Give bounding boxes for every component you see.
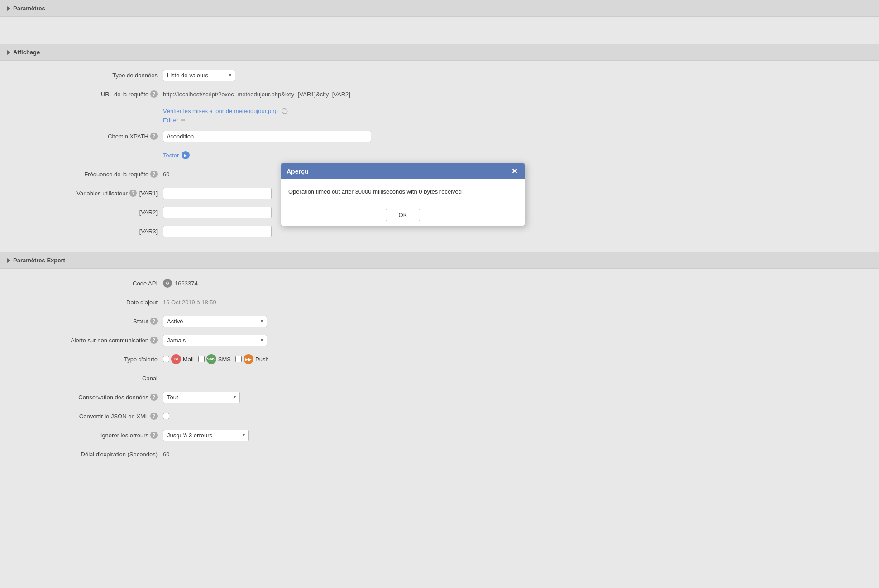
canal-row: Canal — [18, 372, 861, 384]
canal-label: Canal — [18, 375, 163, 382]
modal-close-button[interactable]: ✕ — [510, 167, 519, 175]
url-requete-control: http://localhost/script/?exec=meteodujou… — [163, 91, 861, 98]
alerte-help-icon[interactable]: ? — [150, 337, 158, 344]
alert-type-group: ✉ Mail SMS SMS ▶▶ Push — [163, 354, 269, 364]
push-alert-item: ▶▶ Push — [235, 354, 269, 364]
var1-input[interactable] — [163, 188, 272, 199]
chemin-xpath-row: Chemin XPATH ? — [18, 130, 861, 142]
verifier-link[interactable]: Vérifier les mises à jour de meteodujour… — [163, 108, 278, 114]
type-donnees-row: Type de données Liste de valeurs — [18, 69, 861, 81]
frequence-value: 60 — [163, 171, 169, 178]
delai-control: 60 — [163, 451, 861, 458]
statut-select-wrapper[interactable]: Activé — [163, 316, 267, 327]
chemin-xpath-label: Chemin XPATH ? — [18, 133, 163, 140]
alerte-control: Jamais — [163, 335, 861, 346]
expert-section-header: Paramètres Expert — [0, 252, 879, 269]
tester-row: Tester ▶ — [18, 149, 861, 161]
ignorer-control: Jusqu'à 3 erreurs — [163, 430, 861, 441]
type-donnees-control: Liste de valeurs — [163, 70, 861, 81]
type-donnees-select-wrapper[interactable]: Liste de valeurs — [163, 70, 235, 81]
affichage-label: Affichage — [13, 49, 40, 56]
tester-arrow-icon[interactable]: ▶ — [182, 151, 190, 159]
json-xml-label: Convertir le JSON en XML ? — [18, 413, 163, 420]
ignorer-label: Ignorer les erreurs ? — [18, 432, 163, 439]
mail-label: Mail — [183, 356, 194, 363]
tester-control: Tester ▶ — [163, 151, 861, 159]
statut-row: Statut ? Activé — [18, 315, 861, 327]
url-requete-help-icon[interactable]: ? — [150, 90, 158, 98]
sms-checkbox[interactable] — [198, 356, 205, 362]
tester-link-group: Tester ▶ — [163, 151, 190, 159]
json-xml-checkbox[interactable] — [163, 413, 169, 419]
frequence-help-icon[interactable]: ? — [150, 171, 158, 178]
frequence-label: Fréquence de la requête ? — [18, 171, 163, 178]
type-alerte-label: Type d'alerte — [18, 356, 163, 363]
editer-pencil-icon[interactable]: ✏ — [181, 117, 186, 123]
chemin-xpath-input[interactable] — [163, 131, 371, 142]
url-requete-value: http://localhost/script/?exec=meteodujou… — [163, 91, 350, 98]
var3-input[interactable] — [163, 226, 272, 237]
type-alerte-row: Type d'alerte ✉ Mail SMS SMS ▶ — [18, 353, 861, 365]
alerte-label: Alerte sur non communication ? — [18, 337, 163, 344]
modal-footer: OK — [281, 204, 525, 226]
var2-input[interactable] — [163, 207, 272, 218]
parametres-content-spacer — [0, 17, 879, 44]
apercu-modal: Aperçu ✕ Operation timed out after 30000… — [281, 163, 525, 226]
expert-label: Paramètres Expert — [13, 257, 65, 264]
ignorer-help-icon[interactable]: ? — [150, 432, 158, 439]
url-requete-label: URL de la requête ? — [18, 90, 163, 98]
code-api-control: ⚙ 1663374 — [163, 279, 861, 288]
statut-help-icon[interactable]: ? — [150, 318, 158, 325]
mail-checkbox[interactable] — [163, 356, 169, 362]
conservation-select-wrapper[interactable]: Tout — [163, 392, 240, 403]
push-icon: ▶▶ — [244, 354, 253, 364]
editer-link[interactable]: Editer — [163, 117, 178, 123]
modal-message: Operation timed out after 30000 millisec… — [288, 188, 462, 195]
statut-label: Statut ? — [18, 318, 163, 325]
conservation-help-icon[interactable]: ? — [150, 394, 158, 401]
parametres-label: Paramètres — [13, 5, 45, 12]
chemin-xpath-control — [163, 131, 861, 142]
code-api-row: Code API ⚙ 1663374 — [18, 277, 861, 289]
sms-alert-item: SMS SMS — [198, 354, 231, 364]
statut-select[interactable]: Activé — [163, 316, 267, 327]
code-api-icon: ⚙ — [163, 279, 172, 288]
verifier-editer-control: Vérifier les mises à jour de meteodujour… — [163, 107, 861, 123]
verifier-row: Vérifier les mises à jour de meteodujour… — [163, 107, 289, 115]
delai-value: 60 — [163, 451, 169, 458]
type-donnees-select[interactable]: Liste de valeurs — [163, 70, 235, 81]
parametres-triangle-icon — [7, 6, 10, 11]
json-xml-help-icon[interactable]: ? — [150, 413, 158, 420]
tester-link[interactable]: Tester — [163, 152, 179, 159]
delai-row: Délai d'expiration (Secondes) 60 — [18, 448, 861, 460]
code-api-value: 1663374 — [175, 280, 198, 287]
statut-control: Activé — [163, 316, 861, 327]
var2-label: [VAR2] — [18, 209, 163, 216]
sms-icon: SMS — [206, 354, 216, 364]
ignorer-select[interactable]: Jusqu'à 3 erreurs — [163, 430, 249, 441]
affichage-section-header: Affichage — [0, 44, 879, 61]
json-xml-control — [163, 413, 861, 419]
mail-icon: ✉ — [171, 354, 181, 364]
push-checkbox[interactable] — [235, 356, 242, 362]
push-label: Push — [255, 356, 269, 363]
alerte-select[interactable]: Jamais — [163, 335, 267, 346]
conservation-select[interactable]: Tout — [163, 392, 240, 403]
sms-label: SMS — [218, 356, 231, 363]
modal-ok-button[interactable]: OK — [386, 209, 420, 221]
date-ajout-row: Date d'ajout 16 Oct 2019 à 18:59 — [18, 296, 861, 308]
ignorer-select-wrapper[interactable]: Jusqu'à 3 erreurs — [163, 430, 249, 441]
delai-label: Délai d'expiration (Secondes) — [18, 451, 163, 458]
alerte-select-wrapper[interactable]: Jamais — [163, 335, 267, 346]
alerte-row: Alerte sur non communication ? Jamais — [18, 334, 861, 346]
expert-content: Code API ⚙ 1663374 Date d'ajout 16 Oct 2… — [0, 269, 879, 475]
date-ajout-value: 16 Oct 2019 à 18:59 — [163, 299, 216, 306]
conservation-row: Conservation des données ? Tout — [18, 391, 861, 403]
verifier-refresh-icon[interactable] — [281, 107, 289, 115]
chemin-xpath-help-icon[interactable]: ? — [150, 133, 158, 140]
modal-body: Operation timed out after 30000 millisec… — [281, 179, 525, 204]
var1-label: [VAR1] — [139, 190, 158, 197]
modal-title: Aperçu — [287, 168, 308, 175]
verifier-editer-row: Vérifier les mises à jour de meteodujour… — [18, 107, 861, 123]
variables-help-icon[interactable]: ? — [129, 190, 137, 197]
